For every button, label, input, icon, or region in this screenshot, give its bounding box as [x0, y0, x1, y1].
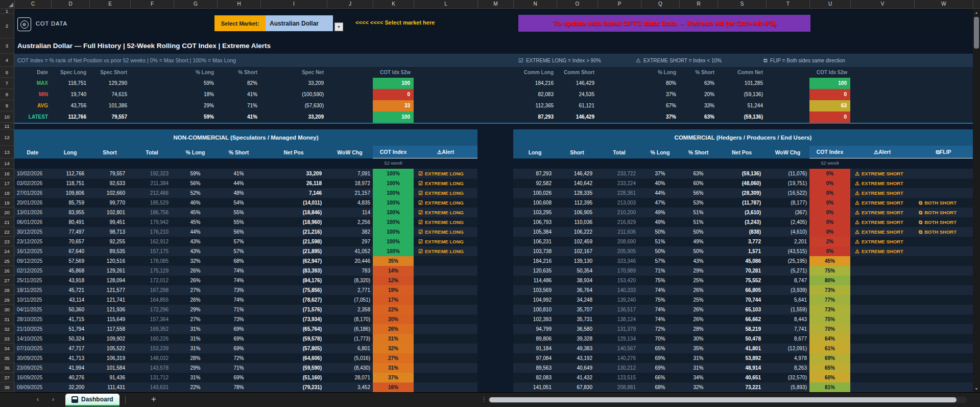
cot-index-cell[interactable]: 31% [373, 363, 414, 373]
cell-num[interactable]: 184,216 [513, 256, 557, 266]
column-letter-F[interactable]: F [131, 0, 174, 8]
cot-index-cell[interactable]: 61% [809, 344, 850, 353]
cell-pct[interactable]: 52% [174, 188, 217, 198]
cell-total[interactable]: 131,379 [597, 324, 641, 334]
cell-wow[interactable]: (367) [766, 208, 809, 217]
cell-total[interactable]: 210,200 [597, 208, 641, 217]
cell-total[interactable]: 178,085 [130, 256, 174, 266]
row-number-27[interactable]: 27 [0, 276, 14, 285]
column-header--short[interactable]: % Short [217, 146, 260, 159]
cell-wow[interactable]: 4,978 [766, 353, 809, 363]
cell-pct[interactable]: 65% [641, 344, 679, 353]
cell-num[interactable]: 102,167 [557, 246, 597, 256]
column-header-cot-index[interactable]: COT Index [373, 146, 414, 159]
alert-cell[interactable] [414, 295, 477, 305]
cell-date[interactable]: 04/11/2025 [14, 305, 51, 314]
alert-cell[interactable] [414, 276, 477, 285]
cell-wow[interactable]: (7,051) [327, 295, 373, 305]
cell-num[interactable]: 92,255 [89, 237, 130, 246]
cell-num[interactable]: 41,432 [557, 373, 597, 382]
cell-wow[interactable]: (6,186) [327, 324, 373, 334]
cell-pct[interactable]: 73% [217, 285, 260, 295]
column-header-wow-chg[interactable]: WoW Chg [327, 146, 373, 159]
cell-net[interactable]: 70,744 [718, 295, 766, 305]
cell-wow[interactable]: (8,177) [766, 198, 809, 208]
cell-num[interactable]: 106,905 [557, 208, 597, 217]
cell-pct[interactable]: 55% [217, 217, 260, 227]
row-number-8[interactable]: 8 [0, 89, 14, 100]
cot-index-cell[interactable]: 100% [373, 208, 414, 217]
column-letter-I[interactable]: I [261, 0, 327, 8]
cell-num[interactable]: 80,491 [51, 217, 89, 227]
column-header-wow-chg[interactable]: WoW Chg [766, 146, 809, 159]
alert-cell[interactable] [850, 382, 914, 392]
cell-pct[interactable]: 47% [641, 198, 679, 208]
cell-net[interactable]: (78,627) [260, 295, 327, 305]
summary-comm-value[interactable]: (59,136) [690, 111, 763, 122]
cell-pct[interactable]: 26% [679, 285, 718, 295]
alert-cell[interactable] [850, 295, 914, 305]
cot-index-cell[interactable]: 0% [809, 178, 850, 188]
column-header-alert[interactable]: ⚠ Alert [414, 146, 477, 159]
alert-cell[interactable] [414, 305, 477, 314]
cell-num[interactable]: 43,192 [557, 353, 597, 363]
cell-wow[interactable]: 2,256 [327, 217, 373, 227]
cell-total[interactable]: 138,124 [597, 314, 641, 324]
alert-cell[interactable] [414, 373, 477, 382]
summary-spec-value[interactable]: 41% [185, 89, 257, 100]
cell-num[interactable]: 101,584 [89, 363, 130, 373]
flip-cell[interactable] [914, 353, 973, 363]
cell-pct[interactable]: 71% [641, 266, 679, 276]
row-number-35[interactable]: 35 [0, 353, 14, 363]
cell-wow[interactable]: 18,972 [327, 178, 373, 188]
cell-wow[interactable]: (43,515) [766, 246, 809, 256]
cell-num[interactable]: 121,577 [89, 285, 130, 295]
cell-net[interactable]: (75,856) [260, 285, 327, 295]
cell-total[interactable]: 157,175 [130, 246, 174, 256]
cell-num[interactable]: 87,293 [513, 169, 557, 178]
row-number-14[interactable]: 14 [0, 159, 14, 169]
cell-total[interactable]: 139,240 [597, 295, 641, 305]
cell-wow[interactable]: 7,091 [327, 169, 373, 178]
flip-cell[interactable] [914, 237, 973, 246]
cell-pct[interactable]: 66% [641, 373, 679, 382]
cot-index-cell[interactable]: 100% [373, 246, 414, 256]
cell-num[interactable]: 51,794 [51, 324, 89, 334]
cell-num[interactable]: 141,051 [513, 382, 557, 392]
cell-total[interactable]: 148,032 [130, 353, 174, 363]
column-letter-E[interactable]: E [90, 0, 131, 8]
cell-total[interactable]: 170,989 [597, 266, 641, 276]
cell-num[interactable]: 82,083 [513, 373, 557, 382]
cot-index-cell[interactable]: 64% [809, 334, 850, 344]
cell-num[interactable]: 128,094 [89, 276, 130, 285]
cell-date[interactable]: 06/01/2026 [14, 217, 51, 227]
summary-spec-value[interactable]: 41% [185, 111, 257, 122]
cell-pct[interactable]: 59% [174, 169, 217, 178]
cell-date[interactable]: 07/10/2025 [14, 344, 51, 353]
cell-wow[interactable]: 20,446 [327, 256, 373, 266]
cell-total[interactable]: 176,210 [130, 227, 174, 237]
cot-index-cell[interactable]: 100% [373, 188, 414, 198]
cell-total[interactable]: 228,361 [597, 188, 641, 198]
cell-net[interactable]: (3,243) [718, 217, 766, 227]
column-header--long[interactable]: % Long [174, 146, 217, 159]
cell-net[interactable]: 73,221 [718, 382, 766, 392]
market-select-cell[interactable]: Australian Dollar [266, 15, 333, 31]
row-number-2[interactable]: 2 [0, 14, 14, 38]
column-letter-C[interactable]: C [15, 0, 52, 8]
cell-wow[interactable]: 8,263 [766, 363, 809, 373]
cell-pct[interactable]: 28% [679, 324, 718, 334]
summary-spec-value[interactable]: 79,557 [55, 111, 127, 122]
cell-pct[interactable]: 37% [641, 169, 679, 178]
cell-pct[interactable]: 74% [217, 266, 260, 276]
cell-num[interactable]: 99,451 [89, 217, 130, 227]
row-number-32[interactable]: 32 [0, 324, 14, 334]
column-header-net-pos[interactable]: Net Pos [260, 146, 327, 159]
cell-net[interactable]: (11,787) [718, 198, 766, 208]
cell-date[interactable]: 25/11/2025 [14, 276, 51, 285]
cell-num[interactable]: 79,557 [89, 169, 130, 178]
cell-wow[interactable]: 8,747 [766, 276, 809, 285]
cell-pct[interactable]: 26% [174, 276, 217, 285]
cell-total[interactable]: 211,384 [130, 178, 174, 188]
cell-total[interactable]: 157,364 [130, 314, 174, 324]
